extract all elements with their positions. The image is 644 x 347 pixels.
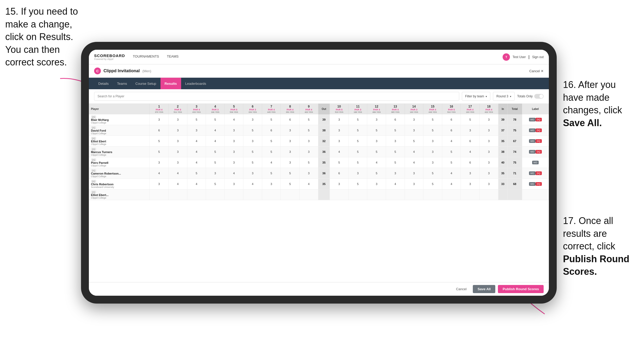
score-h11[interactable]: 5 (348, 136, 367, 147)
score-h16[interactable] (442, 189, 461, 200)
score-h12[interactable]: 4 (367, 157, 386, 168)
score-h14[interactable]: 3 (405, 179, 423, 189)
publish-round-scores-button[interactable]: Publish Round Scores (498, 285, 544, 293)
score-h6[interactable]: 3 (243, 136, 262, 147)
score-h18[interactable]: 3 (480, 157, 498, 168)
score-h8[interactable] (281, 189, 300, 200)
score-h12[interactable]: 5 (367, 168, 386, 179)
score-h2[interactable]: 3 (168, 157, 187, 168)
score-h10[interactable] (330, 189, 349, 200)
score-h11[interactable]: 5 (348, 157, 367, 168)
score-h18[interactable]: 3 (480, 125, 498, 136)
wd-button[interactable]: WD (529, 171, 536, 175)
score-h8[interactable]: 3 (281, 125, 300, 136)
dq-button[interactable]: DQ (536, 139, 542, 143)
score-h6[interactable] (243, 189, 262, 200)
score-h15[interactable]: 3 (423, 147, 442, 157)
score-h18[interactable]: 3 (480, 114, 498, 125)
nav-link-tournaments[interactable]: TOURNAMENTS (133, 54, 159, 59)
score-h17[interactable]: 4 (461, 147, 480, 157)
score-h14[interactable]: 5 (405, 136, 423, 147)
score-h4[interactable]: 5 (206, 179, 225, 189)
tab-course-setup[interactable]: Course Setup (131, 78, 160, 89)
score-h3[interactable]: 3 (187, 125, 206, 136)
score-h2[interactable]: 4 (168, 179, 187, 189)
score-h8[interactable]: 5 (281, 179, 300, 189)
score-h12[interactable]: 5 (367, 125, 386, 136)
score-h16[interactable]: 6 (442, 125, 461, 136)
score-h7[interactable]: 5 (262, 114, 281, 125)
score-h11[interactable]: 5 (348, 114, 367, 125)
dq-button[interactable]: DQ (536, 128, 542, 132)
score-h3[interactable] (187, 189, 206, 200)
score-h2[interactable]: 4 (168, 168, 187, 179)
score-h4[interactable]: 3 (206, 168, 225, 179)
score-h2[interactable]: 3 (168, 147, 187, 157)
totals-only-toggle[interactable] (534, 94, 544, 99)
score-h16[interactable]: 4 (442, 179, 461, 189)
score-h13[interactable]: 5 (386, 147, 405, 157)
score-h13[interactable]: 6 (386, 114, 405, 125)
wd-button[interactable]: WD (529, 150, 536, 154)
dq-button[interactable]: DQ (536, 182, 542, 186)
score-h9[interactable]: 5 (300, 125, 318, 136)
score-h5[interactable]: 4 (225, 114, 243, 125)
score-h16[interactable]: 4 (442, 136, 461, 147)
score-h4[interactable]: 5 (206, 157, 225, 168)
dq-button[interactable]: DQ (536, 171, 542, 175)
wd-button[interactable]: WD (532, 161, 539, 164)
score-h13[interactable]: 4 (386, 179, 405, 189)
score-h6[interactable]: 5 (243, 125, 262, 136)
score-h1[interactable]: 5 (150, 136, 169, 147)
tab-teams[interactable]: Teams (113, 78, 131, 89)
score-h14[interactable]: 3 (405, 168, 423, 179)
score-h13[interactable] (386, 189, 405, 200)
score-h9[interactable] (300, 189, 318, 200)
wd-button[interactable]: WD (529, 118, 536, 121)
score-h6[interactable]: 4 (243, 179, 262, 189)
score-h13[interactable]: 5 (386, 157, 405, 168)
score-h15[interactable]: 3 (423, 136, 442, 147)
score-h7[interactable]: 6 (262, 125, 281, 136)
score-h1[interactable]: 3 (150, 157, 169, 168)
score-h6[interactable]: 5 (243, 147, 262, 157)
tab-details[interactable]: Details (94, 78, 113, 89)
score-h9[interactable]: 3 (300, 168, 318, 179)
score-h9[interactable]: 3 (300, 147, 318, 157)
tab-leaderboards[interactable]: Leaderboards (181, 78, 210, 89)
score-h3[interactable]: 4 (187, 136, 206, 147)
score-h15[interactable]: 3 (423, 157, 442, 168)
score-h5[interactable]: 3 (225, 125, 243, 136)
score-h9[interactable]: 5 (300, 114, 318, 125)
score-h10[interactable]: 4 (330, 147, 349, 157)
score-h10[interactable]: 3 (330, 125, 349, 136)
score-h1[interactable]: 4 (150, 168, 169, 179)
score-h10[interactable]: 3 (330, 179, 349, 189)
score-h11[interactable]: 5 (348, 179, 367, 189)
score-h4[interactable]: 4 (206, 136, 225, 147)
score-h2[interactable] (168, 189, 187, 200)
round-selector-btn[interactable]: Round 3 (493, 92, 514, 101)
score-h18[interactable]: 3 (480, 179, 498, 189)
score-h12[interactable]: 5 (367, 147, 386, 157)
score-h14[interactable] (405, 189, 423, 200)
sign-out-link[interactable]: Sign out (532, 55, 544, 59)
score-h17[interactable] (461, 189, 480, 200)
score-h17[interactable]: 3 (461, 168, 480, 179)
score-h14[interactable]: 4 (405, 157, 423, 168)
score-h11[interactable]: 5 (348, 147, 367, 157)
score-h15[interactable]: 5 (423, 114, 442, 125)
score-h1[interactable]: 6 (150, 125, 169, 136)
cancel-tournament-btn[interactable]: Cancel ✕ (529, 69, 544, 73)
score-h4[interactable]: 5 (206, 114, 225, 125)
score-h9[interactable]: 3 (300, 136, 318, 147)
score-h3[interactable]: 4 (187, 179, 206, 189)
score-h18[interactable]: 3 (480, 136, 498, 147)
score-h12[interactable] (367, 189, 386, 200)
score-h16[interactable]: 6 (442, 114, 461, 125)
score-h10[interactable]: 3 (330, 114, 349, 125)
score-h6[interactable]: 3 (243, 168, 262, 179)
score-h17[interactable]: 5 (461, 114, 480, 125)
score-h1[interactable]: 3 (150, 179, 169, 189)
score-h2[interactable]: 3 (168, 136, 187, 147)
